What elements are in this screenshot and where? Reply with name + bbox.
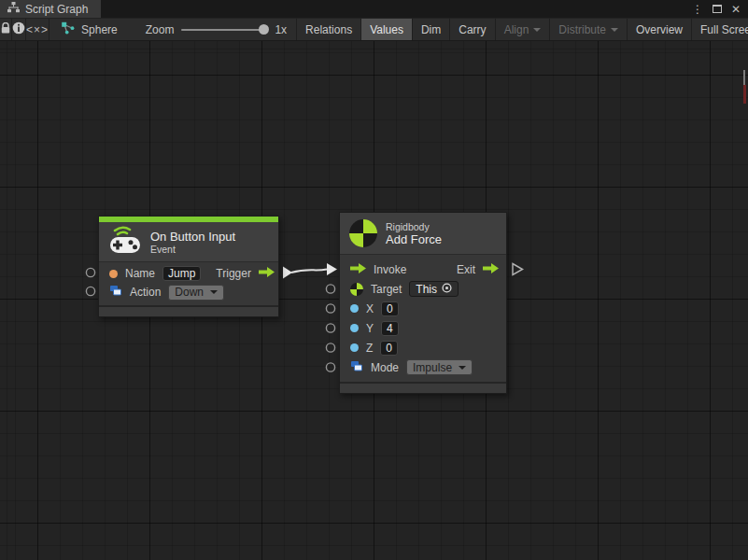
node-footer [99, 305, 278, 316]
info-icon [12, 21, 25, 37]
graph-toolbar: <×> Sphere Zoom 1x Relations Values Dim … [0, 18, 748, 41]
port-row-invoke: Invoke Exit [340, 259, 506, 279]
tab-label: Script Graph [25, 3, 88, 16]
port-label: Y [366, 322, 374, 335]
port-circle [326, 363, 334, 371]
trigger-port-label: Trigger [216, 267, 251, 280]
script-graph-window: Script Graph ⋮ ✕ <×> Sphere [0, 0, 748, 560]
full-screen-button[interactable]: Full Screen [692, 19, 748, 40]
gamepad-icon [108, 226, 142, 258]
name-input[interactable]: Jump [162, 266, 201, 281]
port-label: Invoke [374, 263, 406, 276]
rigidbody-icon [349, 219, 377, 247]
y-input[interactable]: 4 [381, 321, 399, 336]
target-chip[interactable]: This [409, 281, 459, 297]
graph-icon [61, 21, 75, 37]
exit-out-arrow-icon[interactable] [483, 263, 499, 276]
port-label: Z [366, 342, 373, 355]
wire-start-triangle [283, 267, 292, 279]
values-button[interactable]: Values [361, 19, 413, 40]
tab-script-graph[interactable]: Script Graph [0, 0, 101, 18]
zoom-value: 1x [275, 23, 287, 36]
z-input[interactable]: 0 [380, 341, 398, 356]
exit-outlet-triangle [513, 264, 523, 275]
graph-canvas[interactable]: On Button Input Event Name Jump Trigger [0, 41, 748, 560]
port-label: X [366, 302, 374, 315]
graph-name: Sphere [81, 23, 118, 36]
window-controls: ⋮ ✕ [692, 0, 748, 18]
chevron-down-icon [611, 28, 618, 32]
dim-button[interactable]: Dim [413, 19, 450, 40]
port-circle [86, 268, 94, 276]
port-row-mode: Mode Impulse [340, 357, 506, 377]
rigidbody-port-icon [350, 283, 363, 296]
node-body: Name Jump Trigger Action Down [99, 262, 278, 305]
node-footer [340, 382, 506, 393]
chevron-down-icon [210, 290, 218, 294]
float-port-icon [350, 304, 359, 313]
port-row-name: Name Jump Trigger [99, 264, 278, 283]
port-circle [326, 304, 334, 313]
distribute-dropdown[interactable]: Distribute [550, 19, 628, 40]
lock-button[interactable] [0, 19, 12, 40]
enum-port-icon [109, 285, 122, 300]
lock-icon [0, 22, 11, 37]
tab-bar: Script Graph ⋮ ✕ [0, 0, 748, 18]
string-port-icon [109, 270, 118, 278]
node-add-force[interactable]: Rigidbody Add Force Invoke Exit [339, 212, 507, 394]
exit-port-label: Exit [457, 263, 475, 276]
float-port-icon [350, 343, 359, 352]
node-header[interactable]: On Button Input Event [99, 222, 278, 262]
port-circle [326, 285, 334, 293]
port-row-action: Action Down [99, 283, 278, 301]
overview-button[interactable]: Overview [628, 19, 692, 40]
node-header[interactable]: Rigidbody Add Force [340, 213, 506, 255]
port-row-x: X 0 [340, 299, 506, 318]
code-view-button[interactable]: <×> [26, 19, 49, 40]
mode-dropdown[interactable]: Impulse [406, 359, 473, 375]
port-row-target: Target This [340, 279, 506, 299]
scrollbar-marker [743, 85, 746, 104]
wire-arrowhead [327, 263, 337, 275]
hierarchy-icon [7, 2, 20, 16]
trigger-out-arrow-icon[interactable] [259, 267, 275, 280]
relations-button[interactable]: Relations [297, 19, 361, 40]
target-icon [442, 283, 452, 296]
port-circle [326, 324, 334, 332]
node-body: Invoke Exit Target This [340, 255, 506, 382]
scrollbar-thumb[interactable] [743, 70, 745, 85]
node-title: On Button Input [150, 230, 235, 244]
node-subtitle: Event [150, 244, 235, 255]
action-dropdown[interactable]: Down [168, 285, 224, 301]
node-supertitle: Rigidbody [386, 221, 442, 232]
carry-button[interactable]: Carry [450, 19, 495, 40]
node-on-button-input[interactable]: On Button Input Event Name Jump Trigger [98, 216, 279, 317]
port-label: Action [130, 286, 161, 299]
chevron-down-icon [459, 366, 466, 370]
zoom-slider-handle[interactable] [259, 24, 269, 35]
graph-selector[interactable]: Sphere [49, 19, 129, 40]
float-port-icon [350, 324, 359, 332]
port-label: Name [125, 267, 155, 280]
close-icon[interactable]: ✕ [731, 4, 741, 15]
enum-port-icon [350, 360, 363, 375]
kebab-menu-icon[interactable]: ⋮ [692, 4, 703, 15]
info-button[interactable] [12, 19, 26, 40]
port-circle [326, 343, 334, 352]
port-row-z: Z 0 [340, 338, 506, 357]
zoom-label: Zoom [146, 23, 175, 36]
node-title: Add Force [386, 232, 442, 246]
invoke-in-arrow-icon[interactable] [350, 263, 366, 276]
align-dropdown[interactable]: Align [496, 19, 551, 40]
port-circle [86, 287, 94, 295]
chevron-down-icon [533, 28, 541, 32]
zoom-control: Zoom 1x [129, 19, 297, 40]
port-label: Target [371, 283, 402, 296]
x-input[interactable]: 0 [381, 301, 399, 316]
port-row-y: Y 4 [340, 318, 506, 338]
zoom-slider[interactable] [181, 29, 267, 31]
wire [291, 270, 327, 273]
port-label: Mode [371, 361, 399, 374]
maximize-icon[interactable] [713, 5, 722, 13]
code-view-icon: <×> [26, 23, 49, 36]
